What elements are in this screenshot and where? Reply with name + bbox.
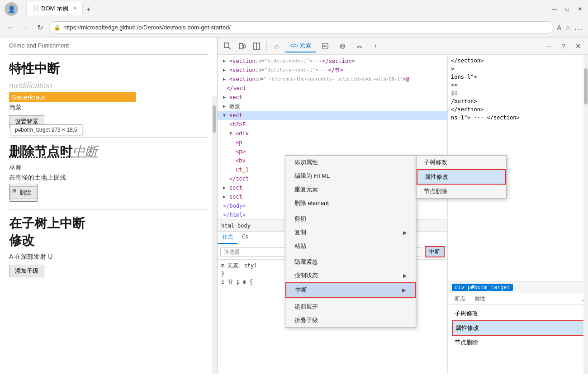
dig-text: 在奇怪的土地上掘浅 bbox=[9, 174, 208, 182]
section-heading-2: 删除节点时中断 bbox=[9, 143, 208, 160]
dom-arrow-7[interactable]: ▼ bbox=[229, 129, 236, 138]
translate-icon[interactable]: A bbox=[557, 24, 561, 31]
right-panel-scrollbar-thumb bbox=[584, 68, 588, 105]
elements-tab[interactable]: </> 元素 bbox=[285, 40, 316, 52]
address-bar-input[interactable]: 🔒 https://microsoftedge.github.io/Demos/… bbox=[49, 21, 554, 33]
add-child-button[interactable]: 添加子级 bbox=[9, 265, 44, 277]
ctx-duplicate[interactable]: 重复元素 bbox=[285, 183, 416, 196]
heading3-line1: 在子树上中断 bbox=[9, 215, 208, 232]
svg-rect-0 bbox=[224, 43, 229, 48]
ctx-fold-children[interactable]: 折叠子级 bbox=[285, 314, 416, 327]
ctx-add-attr[interactable]: 添加属性 bbox=[285, 156, 416, 169]
ctx-force-state[interactable]: 强制状态 ▶ bbox=[285, 269, 416, 282]
ctx-cut[interactable]: 剪切 bbox=[285, 212, 416, 226]
right-row-section-close: </section> bbox=[451, 105, 585, 114]
dom-arrow-9[interactable]: ▶ bbox=[223, 193, 229, 201]
more-icon[interactable]: ... bbox=[574, 23, 583, 32]
devtools-more-btn[interactable]: ··· bbox=[543, 40, 555, 52]
star-icon[interactable]: ☆ bbox=[565, 24, 571, 31]
dom-arrow-4[interactable]: ▶ bbox=[223, 93, 229, 101]
dom-arrow-2[interactable]: ▶ bbox=[223, 66, 229, 74]
inspect-element-btn[interactable] bbox=[221, 40, 234, 52]
devtools-close-btn[interactable]: ✕ bbox=[572, 40, 584, 52]
ctx-copy-arrow: ▶ bbox=[403, 230, 407, 236]
devtools-help-btn[interactable]: ? bbox=[557, 40, 570, 52]
atom-text: A 在深部发射 U bbox=[9, 253, 208, 261]
dom-row-h2[interactable]: <h2>E bbox=[218, 120, 447, 129]
sub-ctx-subtree[interactable]: 子树修改 bbox=[417, 156, 506, 169]
sub-ctx-attribute[interactable]: 属性修改 bbox=[417, 169, 506, 185]
console-tab[interactable] bbox=[318, 41, 333, 51]
ctx-copy-label: 复制 bbox=[294, 228, 306, 237]
ctx-sep-3 bbox=[285, 299, 416, 299]
ctx-sep-2 bbox=[285, 254, 416, 254]
right-row-dollar: $0 bbox=[451, 89, 585, 97]
break-button[interactable]: 中断 bbox=[425, 246, 445, 257]
home-btn[interactable]: ⌂ bbox=[270, 40, 283, 52]
ctx-recurse-expand[interactable]: 递归展开 bbox=[285, 300, 416, 314]
subtree-modify-item: 子树修改 bbox=[452, 307, 584, 320]
delete-icon: ⊞ bbox=[12, 188, 16, 193]
refresh-button[interactable]: ↻ bbox=[34, 23, 45, 32]
dom-row-sect1[interactable]: ▶ sect bbox=[218, 93, 447, 102]
right-row-4: <> bbox=[451, 81, 585, 89]
ctx-recurse-label: 递归展开 bbox=[294, 303, 318, 311]
dom-row-section3[interactable]: ▶ <section id=" reference-the-currently-… bbox=[218, 75, 447, 84]
panel-layout-btn[interactable] bbox=[250, 40, 263, 52]
right-panel-scrollbar[interactable] bbox=[583, 55, 588, 374]
attribute-modify-item[interactable]: 属性修改 bbox=[452, 320, 584, 336]
dom-row-section2[interactable]: ▶ <section id="delete-a-node-1"> ··· </节… bbox=[218, 66, 447, 75]
ctx-fold-label: 折叠子级 bbox=[294, 316, 318, 324]
dom-arrow-6[interactable]: ▼ bbox=[223, 111, 229, 119]
ctx-sep-1 bbox=[285, 211, 416, 211]
more-tools-tab[interactable]: + bbox=[369, 41, 382, 51]
maximize-button[interactable]: □ bbox=[564, 5, 571, 13]
dom-row-sect-selected[interactable]: ▼ sect bbox=[218, 111, 447, 120]
tab-close-btn[interactable]: ✕ bbox=[73, 5, 77, 11]
tab-title: DOM 示例 bbox=[41, 5, 68, 13]
ctx-break[interactable]: 中断 ▶ bbox=[285, 282, 416, 298]
dom-row-sect-close[interactable]: </sect bbox=[218, 84, 447, 93]
sub-context-menu[interactable]: 子树修改 属性修改 节点删除 bbox=[416, 155, 507, 199]
sources-tab[interactable] bbox=[335, 41, 350, 51]
dom-row-p1[interactable]: <p bbox=[218, 138, 447, 147]
ctx-hide[interactable]: 隐藏紧急 bbox=[285, 255, 416, 269]
section-heading-1: 特性中断 bbox=[9, 60, 208, 77]
sub-ctx-node-delete[interactable]: 节点删除 bbox=[417, 185, 506, 198]
minimize-button[interactable]: — bbox=[551, 5, 558, 13]
page-top-text: Crime and Punishment bbox=[9, 42, 208, 49]
svg-rect-6 bbox=[322, 43, 328, 49]
dom-row-jiaopai[interactable]: ▶ 教派 bbox=[218, 102, 447, 111]
delete-button[interactable]: ⊞ 删除 bbox=[9, 184, 38, 202]
delete-node-section: 删除节点时中断 巫师 在奇怪的土地上掘浅 ⊞ 删除 bbox=[9, 143, 208, 202]
dom-arrow-5[interactable]: ▶ bbox=[223, 102, 229, 110]
back-button[interactable]: ← bbox=[5, 24, 16, 32]
ctx-force-arrow: ▶ bbox=[403, 273, 407, 279]
right-row-ns: ns-1"> ··· </section> bbox=[451, 114, 585, 122]
properties-tab[interactable]: 属性 bbox=[470, 293, 490, 304]
context-menu[interactable]: 添加属性 编辑为 HTML 重复元素 删除 element 剪切 复制 ▶ bbox=[285, 155, 416, 328]
dom-row-section1[interactable]: ▶ <section id="hide-a-node-1"> ··· </sec… bbox=[218, 57, 447, 66]
dom-row-p2[interactable]: <p> bbox=[218, 147, 447, 156]
ctx-delete-element[interactable]: 删除 element bbox=[285, 196, 416, 210]
breakpoints-panel: 断点 属性 ⌄ 子树修改 属性修改 节点删除 bbox=[448, 293, 588, 374]
window-close-button[interactable]: ✕ bbox=[576, 5, 583, 13]
styles-tab-style[interactable]: 样式 bbox=[218, 232, 237, 244]
ctx-paste[interactable]: 粘贴 bbox=[285, 239, 416, 253]
dom-arrow-8[interactable]: ▶ bbox=[223, 184, 229, 192]
dom-arrow-1[interactable]: ▶ bbox=[223, 57, 229, 65]
page-scrollbar[interactable] bbox=[212, 96, 217, 374]
network-tab[interactable] bbox=[352, 41, 367, 51]
breakpoints-tab[interactable]: 断点 bbox=[450, 293, 470, 304]
styles-tab-co[interactable]: Co bbox=[237, 232, 253, 244]
forward-button: → bbox=[20, 24, 31, 32]
browser-tab[interactable]: 📄 DOM 示例 ✕ bbox=[26, 1, 83, 15]
right-row-1: </section> bbox=[451, 57, 585, 65]
dom-row-div[interactable]: ▼ <div bbox=[218, 129, 447, 138]
dom-arrow-3[interactable]: ▶ bbox=[223, 75, 229, 83]
ctx-force-label: 强制状态 bbox=[294, 271, 318, 280]
ctx-copy[interactable]: 复制 ▶ bbox=[285, 226, 416, 239]
ctx-edit-html[interactable]: 编辑为 HTML bbox=[285, 169, 416, 183]
new-tab-button[interactable]: + bbox=[83, 4, 94, 15]
device-mode-btn[interactable] bbox=[236, 40, 248, 52]
